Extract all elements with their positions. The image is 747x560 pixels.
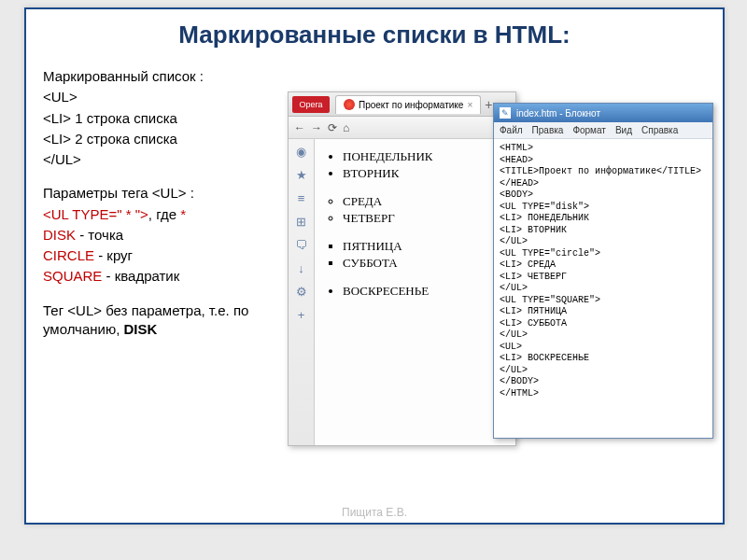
list-item: ПОНЕДЕЛЬНИК	[343, 148, 510, 165]
list-circle: СРЕДА ЧЕТВЕРГ	[320, 193, 510, 227]
menu-format[interactable]: Формат	[572, 125, 606, 135]
list-item: ЧЕТВЕРГ	[343, 210, 510, 227]
opera-logo[interactable]: Opera	[292, 96, 330, 113]
menu-edit[interactable]: Правка	[532, 125, 564, 135]
text-line: <UL TYPE=" * ">, где *	[43, 205, 304, 224]
sidebar-download-icon[interactable]: ↓	[298, 261, 304, 275]
sidebar-grid-icon[interactable]: ⊞	[296, 215, 306, 229]
text-line: <LI> 2 строка списка	[43, 130, 304, 148]
notepad-code[interactable]: <HTML> <HEAD> <TITLE>Проект по информати…	[494, 139, 712, 403]
browser-page: ПОНЕДЕЛЬНИК ВТОРНИК СРЕДА ЧЕТВЕРГ ПЯТНИЦ…	[315, 139, 515, 445]
notepad-icon: ✎	[500, 107, 511, 119]
slide-footer: Пищита Е.В.	[26, 506, 723, 519]
text-line: <LI> 1 строка списка	[43, 109, 304, 128]
browser-toolbar: ← → ⟳ ⌂	[289, 117, 515, 139]
sidebar-gear-icon[interactable]: ⚙	[296, 285, 307, 299]
browser-tab[interactable]: Проект по информатике ×	[335, 95, 481, 114]
sidebar-star-icon[interactable]: ★	[296, 168, 307, 182]
home-icon[interactable]: ⌂	[343, 121, 349, 134]
browser-sidebar: ◉ ★ ≡ ⊞ 🗨 ↓ ⚙ +	[289, 139, 315, 445]
text-line: Параметры тега <UL> :	[43, 184, 304, 203]
text-line: Тег <UL> без параметра, т.е. по умолчани…	[43, 301, 304, 340]
tab-title: Проект по информатике	[359, 100, 463, 110]
menu-help[interactable]: Справка	[641, 125, 678, 135]
notepad-titlebar: ✎ index.htm - Блокнот	[494, 104, 712, 122]
slide-frame: Маркированные списки в HTML: Маркированн…	[24, 7, 725, 525]
text-line: </UL>	[43, 150, 304, 169]
list-item: ПЯТНИЦА	[343, 238, 510, 255]
sidebar-chat-icon[interactable]: 🗨	[295, 238, 307, 252]
browser-tabbar: Opera Проект по информатике × +	[289, 92, 515, 117]
notepad-title: index.htm - Блокнот	[516, 108, 600, 119]
sidebar-plus-icon[interactable]: +	[298, 308, 305, 322]
text-line: SQUARE - квадратик	[43, 267, 304, 286]
text-line: CIRCLE - круг	[43, 246, 304, 265]
back-icon[interactable]: ←	[294, 121, 305, 134]
text-line: DISK - точка	[43, 226, 304, 245]
new-tab-button[interactable]: +	[485, 97, 492, 112]
forward-icon[interactable]: →	[311, 121, 322, 134]
list-item: ВТОРНИК	[343, 165, 510, 182]
notepad-window: ✎ index.htm - Блокнот Файл Правка Формат…	[493, 103, 713, 439]
sidebar-list-icon[interactable]: ≡	[298, 191, 305, 205]
list-item: СУББОТА	[343, 255, 510, 272]
list-disk: ПОНЕДЕЛЬНИК ВТОРНИК	[320, 148, 510, 182]
sidebar-speed-icon[interactable]: ◉	[296, 145, 306, 159]
text-line: <UL>	[43, 88, 304, 106]
list-square: ПЯТНИЦА СУББОТА	[320, 238, 510, 272]
reload-icon[interactable]: ⟳	[328, 121, 337, 134]
notepad-menubar: Файл Правка Формат Вид Справка	[494, 122, 712, 139]
list-default: ВОСКРЕСЕНЬЕ	[320, 283, 510, 300]
list-item: СРЕДА	[343, 193, 510, 210]
browser-window: Opera Проект по информатике × + ← → ⟳ ⌂ …	[288, 91, 516, 446]
close-tab-icon[interactable]: ×	[467, 100, 472, 110]
favicon-icon	[344, 99, 355, 110]
menu-file[interactable]: Файл	[500, 125, 523, 135]
explanation-text: Маркированный список : <UL> <LI> 1 строк…	[43, 67, 304, 341]
list-item: ВОСКРЕСЕНЬЕ	[343, 283, 510, 300]
menu-view[interactable]: Вид	[615, 125, 632, 135]
text-line: Маркированный список :	[43, 67, 304, 86]
slide-title: Маркированные списки в HTML:	[26, 9, 723, 59]
